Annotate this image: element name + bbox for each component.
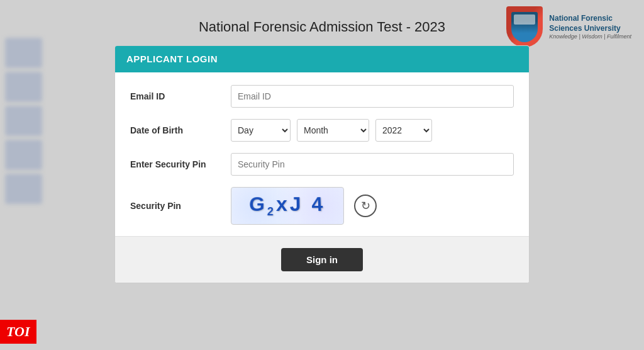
university-tagline: Knowledge | Wisdom | Fulfilment bbox=[549, 33, 631, 40]
captcha-sub: 2 bbox=[267, 206, 277, 218]
dob-label: Date of Birth bbox=[130, 125, 231, 135]
refresh-captcha-button[interactable]: ↻ bbox=[354, 195, 377, 217]
university-name-line2: Sciences University bbox=[549, 24, 631, 34]
page-wrapper: National Forensic Sciences University Kn… bbox=[0, 0, 644, 350]
page-title: National Forensic Admission Test - 2023 bbox=[83, 19, 561, 35]
security-pin-label: Enter Security Pin bbox=[130, 159, 231, 169]
logo-text: National Forensic Sciences University Kn… bbox=[549, 14, 631, 40]
day-select[interactable]: Day 12345 678910 1112131415 1617181920 2… bbox=[231, 119, 291, 142]
captcha-label: Security Pin bbox=[130, 201, 231, 211]
sidebar-item bbox=[5, 174, 42, 204]
main-content: National Forensic Admission Test - 2023 … bbox=[83, 19, 561, 283]
form-body: Email ID Date of Birth Day 12345 678910 … bbox=[115, 72, 529, 225]
sidebar-item bbox=[5, 106, 42, 136]
login-form-card: APPLICANT LOGIN Email ID Date of Birth D… bbox=[114, 45, 530, 283]
email-input[interactable] bbox=[231, 85, 514, 108]
sidebar-item bbox=[5, 72, 42, 102]
sidebar-item bbox=[5, 140, 42, 170]
year-select[interactable]: 2022202120202019 2018201720162015 201420… bbox=[375, 119, 432, 142]
captcha-row: Security Pin G2xJ 4 ↻ bbox=[130, 187, 514, 225]
captcha-area: G2xJ 4 ↻ bbox=[231, 187, 377, 225]
form-header: APPLICANT LOGIN bbox=[115, 46, 529, 72]
month-select[interactable]: Month JanuaryFebruaryMarch AprilMayJune … bbox=[297, 119, 369, 142]
email-label: Email ID bbox=[130, 91, 231, 101]
dob-selects: Day 12345 678910 1112131415 1617181920 2… bbox=[231, 119, 514, 142]
sidebar-item bbox=[5, 38, 42, 68]
dob-row: Date of Birth Day 12345 678910 111213141… bbox=[130, 119, 514, 142]
signin-button[interactable]: Sign in bbox=[281, 248, 363, 271]
university-name-line1: National Forensic bbox=[549, 14, 631, 24]
form-footer: Sign in bbox=[115, 236, 529, 283]
security-pin-input-row: Enter Security Pin bbox=[130, 153, 514, 176]
captcha-image: G2xJ 4 bbox=[231, 187, 344, 225]
captcha-display-text: G2xJ 4 bbox=[248, 193, 326, 219]
form-header-title: APPLICANT LOGIN bbox=[126, 54, 218, 64]
security-pin-input[interactable] bbox=[231, 153, 514, 176]
left-sidebar bbox=[0, 0, 47, 350]
email-row: Email ID bbox=[130, 85, 514, 108]
